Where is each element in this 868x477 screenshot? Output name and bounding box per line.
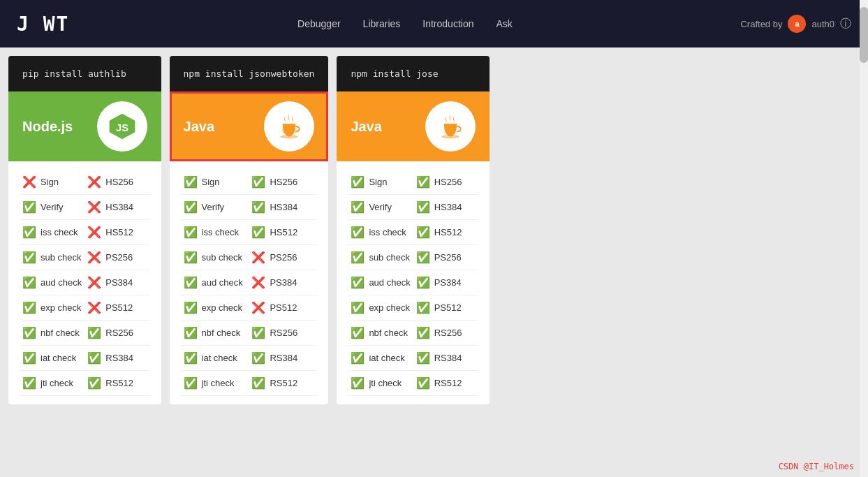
feature-item: ✅sub check xyxy=(20,245,84,270)
feature-label: sub check xyxy=(369,252,410,263)
check-circle-icon: ✅ xyxy=(22,251,36,264)
feature-label: nbf check xyxy=(202,328,241,338)
features-java2: ✅Sign✅HS256✅Verify✅HS384✅iss check✅HS512… xyxy=(337,161,490,404)
feature-label: iat check xyxy=(202,353,237,363)
code-bar-java1: npm install jsonwebtoken xyxy=(170,56,329,91)
feature-label: Sign xyxy=(202,177,220,187)
feature-item: ✅aud check xyxy=(181,270,249,295)
nav-ask[interactable]: Ask xyxy=(496,18,512,29)
feature-label: exp check xyxy=(41,302,82,313)
scrollbar[interactable] xyxy=(860,0,868,477)
feature-label: jti check xyxy=(369,378,402,388)
code-bar-java2: npm install jose xyxy=(337,56,490,91)
feature-label: PS384 xyxy=(434,277,462,288)
feature-label: exp check xyxy=(202,302,243,313)
check-circle-icon: ✅ xyxy=(416,276,430,289)
check-circle-icon: ✅ xyxy=(351,301,365,314)
feature-item: ✅Sign xyxy=(348,170,413,195)
x-circle-icon: ❌ xyxy=(251,301,265,314)
check-circle-icon: ✅ xyxy=(22,376,36,390)
feature-item: ✅HS256 xyxy=(413,170,478,195)
features-java1: ✅Sign✅HS256✅Verify✅HS384✅iss check✅HS512… xyxy=(170,161,329,404)
nav-libraries[interactable]: Libraries xyxy=(363,18,401,29)
feature-label: Verify xyxy=(41,202,64,212)
feature-item: ✅exp check xyxy=(20,295,84,321)
check-circle-icon: ✅ xyxy=(351,326,365,339)
feature-label: RS512 xyxy=(434,378,462,388)
feature-item: ✅HS512 xyxy=(413,220,478,245)
feature-item: ✅iat check xyxy=(20,346,84,371)
feature-item: ✅RS384 xyxy=(249,346,317,371)
card-nodejs: pip install authlib Node.js JS ❌Sign❌HS2… xyxy=(8,56,161,404)
feature-item: ✅exp check xyxy=(348,295,413,321)
feature-label: iss check xyxy=(369,227,406,237)
java2-icon xyxy=(425,101,476,152)
check-circle-icon: ✅ xyxy=(22,200,36,214)
feature-item: ❌PS256 xyxy=(249,245,317,270)
check-circle-icon: ✅ xyxy=(184,175,198,189)
crafted-by-label: Crafted by xyxy=(740,19,782,29)
code-text-java1: npm install jsonwebtoken xyxy=(184,68,315,79)
feature-item: ✅HS384 xyxy=(249,195,317,220)
check-circle-icon: ✅ xyxy=(184,200,198,214)
feature-item: ✅RS256 xyxy=(413,321,478,346)
feature-item: ❌HS384 xyxy=(84,195,149,220)
feature-label: PS256 xyxy=(270,252,297,263)
x-circle-icon: ❌ xyxy=(251,251,265,264)
feature-label: nbf check xyxy=(369,328,408,338)
feature-label: PS384 xyxy=(105,277,133,288)
feature-item: ✅iss check xyxy=(348,220,413,245)
card-java1: npm install jsonwebtoken Java xyxy=(170,56,329,404)
feature-item: ✅Verify xyxy=(181,195,249,220)
feature-label: nbf check xyxy=(41,328,80,338)
auth0-logo: a xyxy=(788,15,806,33)
check-circle-icon: ✅ xyxy=(22,326,36,339)
feature-item: ✅RS384 xyxy=(413,346,478,371)
feature-item: ✅exp check xyxy=(181,295,249,321)
feature-label: HS512 xyxy=(270,227,297,237)
feature-item: ✅nbf check xyxy=(20,321,84,346)
check-circle-icon: ✅ xyxy=(416,376,430,390)
feature-label: HS384 xyxy=(105,202,133,212)
help-icon[interactable]: ⓘ xyxy=(840,17,851,31)
feature-label: Verify xyxy=(369,202,392,212)
features-nodejs: ❌Sign❌HS256✅Verify❌HS384✅iss check❌HS512… xyxy=(8,161,161,404)
nav: Debugger Libraries Introduction Ask xyxy=(297,18,513,29)
library-section-nodejs: Node.js JS xyxy=(8,91,161,161)
feature-item: ✅Sign xyxy=(181,170,249,195)
check-circle-icon: ✅ xyxy=(184,226,198,239)
feature-item: ✅HS384 xyxy=(413,195,478,220)
feature-label: RS256 xyxy=(434,328,462,338)
nav-introduction[interactable]: Introduction xyxy=(422,18,473,29)
feature-item: ✅iss check xyxy=(181,220,249,245)
nav-debugger[interactable]: Debugger xyxy=(297,18,341,29)
x-circle-icon: ❌ xyxy=(87,301,101,314)
feature-item: ❌HS256 xyxy=(84,170,149,195)
code-text-java2: npm install jose xyxy=(351,68,438,79)
svg-point-3 xyxy=(441,135,459,139)
feature-item: ❌HS512 xyxy=(84,220,149,245)
svg-text:JS: JS xyxy=(116,122,128,133)
feature-item: ✅sub check xyxy=(181,245,249,270)
feature-label: aud check xyxy=(369,277,410,288)
feature-label: PS384 xyxy=(270,277,297,288)
library-section-java2: Java xyxy=(337,91,490,161)
card-wrapper-java2: npm install jose Java ✅Sign✅HS256✅Verify xyxy=(337,56,490,404)
check-circle-icon: ✅ xyxy=(251,175,265,189)
feature-label: RS512 xyxy=(105,378,133,388)
check-circle-icon: ✅ xyxy=(22,276,36,289)
feature-label: iss check xyxy=(41,227,78,237)
feature-label: sub check xyxy=(41,252,82,263)
logo: J WT xyxy=(17,13,69,36)
x-circle-icon: ❌ xyxy=(251,276,265,289)
check-circle-icon: ✅ xyxy=(22,301,36,314)
scrollbar-thumb[interactable] xyxy=(860,7,868,63)
check-circle-icon: ✅ xyxy=(416,251,430,264)
feature-label: jti check xyxy=(202,378,235,388)
auth0-label: auth0 xyxy=(811,19,834,29)
feature-label: HS512 xyxy=(434,227,462,237)
feature-item: ❌PS512 xyxy=(84,295,149,321)
feature-item: ✅PS256 xyxy=(413,245,478,270)
header: J WT Debugger Libraries Introduction Ask… xyxy=(0,0,868,47)
java1-icon xyxy=(264,101,314,152)
